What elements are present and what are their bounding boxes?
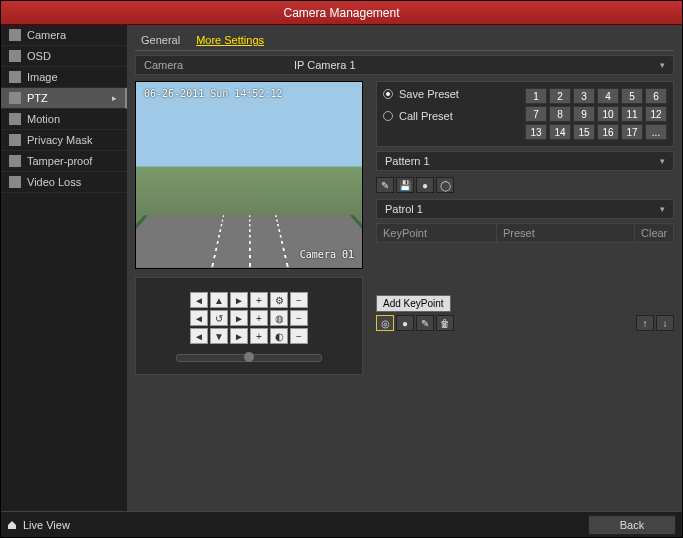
preset-2[interactable]: 2 [549,88,571,104]
camera-select-value: IP Camera 1 [294,59,660,71]
preset-15[interactable]: 15 [573,124,595,140]
preset-8[interactable]: 8 [549,106,571,122]
left-column: 06-26-2011 Sun 14:52:12 Camera 01 ◄ ▲ ► … [135,81,370,505]
sidebar-item-label: Tamper-proof [27,155,92,167]
ptz-speed-slider[interactable] [176,354,322,362]
ptz-down-right[interactable]: ► [230,328,248,344]
ptz-focus-in[interactable]: + [250,310,268,326]
ptz-icon [9,92,21,104]
preset-11[interactable]: 11 [621,106,643,122]
preset-17[interactable]: 17 [621,124,643,140]
col-clear: Clear [635,224,673,242]
ptz-iris-icon[interactable]: ◐ [270,328,288,344]
content: General More Settings Camera IP Camera 1… [127,25,682,511]
patrol-play-button[interactable]: ● [396,315,414,331]
ptz-focus-icon[interactable]: ◍ [270,310,288,326]
tab-more-settings[interactable]: More Settings [196,31,264,50]
preset-number-grid: 1 2 3 4 5 6 7 8 9 10 11 12 13 14 [525,88,667,140]
ptz-left[interactable]: ◄ [190,310,208,326]
preset-10[interactable]: 10 [597,106,619,122]
ptz-up[interactable]: ▲ [210,292,228,308]
preset-6[interactable]: 6 [645,88,667,104]
ptz-right[interactable]: ► [230,310,248,326]
ptz-iris-out[interactable]: − [290,328,308,344]
chevron-right-icon: ▸ [112,93,117,103]
preset-7[interactable]: 7 [525,106,547,122]
ptz-iris-in[interactable]: + [250,328,268,344]
sidebar: Camera OSD Image PTZ▸ Motion Privacy Mas… [1,25,127,511]
sidebar-item-motion[interactable]: Motion [1,109,127,130]
tab-general[interactable]: General [141,31,180,50]
preset-13[interactable]: 13 [525,124,547,140]
back-button[interactable]: Back [588,515,676,535]
ptz-down-left[interactable]: ◄ [190,328,208,344]
sidebar-item-video-loss[interactable]: Video Loss [1,172,127,193]
ptz-auto[interactable]: ↺ [210,310,228,326]
camera-select-row[interactable]: Camera IP Camera 1 ▾ [135,55,674,75]
preset-1[interactable]: 1 [525,88,547,104]
sidebar-item-tamper-proof[interactable]: Tamper-proof [1,151,127,172]
pattern-tools: ✎ 💾 ● ◯ [376,175,674,195]
col-keypoint: KeyPoint [377,224,497,242]
ptz-up-left[interactable]: ◄ [190,292,208,308]
col-preset: Preset [497,224,635,242]
preset-16[interactable]: 16 [597,124,619,140]
sidebar-item-label: Camera [27,29,66,41]
pattern-record-button[interactable]: ● [416,177,434,193]
call-preset-radio[interactable]: Call Preset [383,110,459,122]
preset-5[interactable]: 5 [621,88,643,104]
preview-camera-name: Camera 01 [300,249,354,260]
ptz-zoom-icon[interactable]: ⚙ [270,292,288,308]
add-keypoint-button[interactable]: ◎ [376,315,394,331]
radio-icon [383,111,393,121]
tamper-icon [9,155,21,167]
sidebar-item-osd[interactable]: OSD [1,46,127,67]
home-icon [7,520,17,530]
image-icon [9,71,21,83]
preset-3[interactable]: 3 [573,88,595,104]
sidebar-item-image[interactable]: Image [1,67,127,88]
chevron-down-icon: ▾ [660,156,665,166]
video-preview: 06-26-2011 Sun 14:52:12 Camera 01 [135,81,363,269]
footer: Live View Back [1,511,682,537]
live-view-button[interactable]: Live View [7,519,70,531]
preset-9[interactable]: 9 [573,106,595,122]
motion-icon [9,113,21,125]
preset-14[interactable]: 14 [549,124,571,140]
radio-icon [383,89,393,99]
patrol-tools-right: ↑ ↓ [636,315,674,331]
sidebar-item-ptz[interactable]: PTZ▸ [1,88,127,109]
save-preset-radio[interactable]: Save Preset [383,88,459,100]
loss-icon [9,176,21,188]
patrol-delete-button[interactable]: 🗑 [436,315,454,331]
osd-icon [9,50,21,62]
preset-section: Save Preset Call Preset 1 2 3 4 5 6 7 8 … [376,81,674,147]
add-keypoint-tooltip: Add KeyPoint [376,295,451,312]
move-up-button[interactable]: ↑ [636,315,654,331]
move-down-button[interactable]: ↓ [656,315,674,331]
sidebar-item-camera[interactable]: Camera [1,25,127,46]
ptz-down[interactable]: ▼ [210,328,228,344]
patrol-edit-button[interactable]: ✎ [416,315,434,331]
sidebar-item-label: OSD [27,50,51,62]
ptz-up-right[interactable]: ► [230,292,248,308]
radio-label: Call Preset [399,110,453,122]
pattern-stop-button[interactable]: ◯ [436,177,454,193]
sidebar-item-privacy-mask[interactable]: Privacy Mask [1,130,127,151]
preset-more[interactable]: ... [645,124,667,140]
ptz-focus-out[interactable]: − [290,310,308,326]
pattern-header[interactable]: Pattern 1 ▾ [376,151,674,171]
sidebar-item-label: Motion [27,113,60,125]
ptz-zoom-in[interactable]: + [250,292,268,308]
pattern-save-button[interactable]: 💾 [396,177,414,193]
right-column: Save Preset Call Preset 1 2 3 4 5 6 7 8 … [376,81,674,505]
ptz-zoom-out[interactable]: − [290,292,308,308]
privacy-icon [9,134,21,146]
sidebar-item-label: Video Loss [27,176,81,188]
preset-4[interactable]: 4 [597,88,619,104]
patrol-header[interactable]: Patrol 1 ▾ [376,199,674,219]
sidebar-item-label: Privacy Mask [27,134,92,146]
pattern-edit-button[interactable]: ✎ [376,177,394,193]
tabs: General More Settings [135,31,674,51]
preset-12[interactable]: 12 [645,106,667,122]
